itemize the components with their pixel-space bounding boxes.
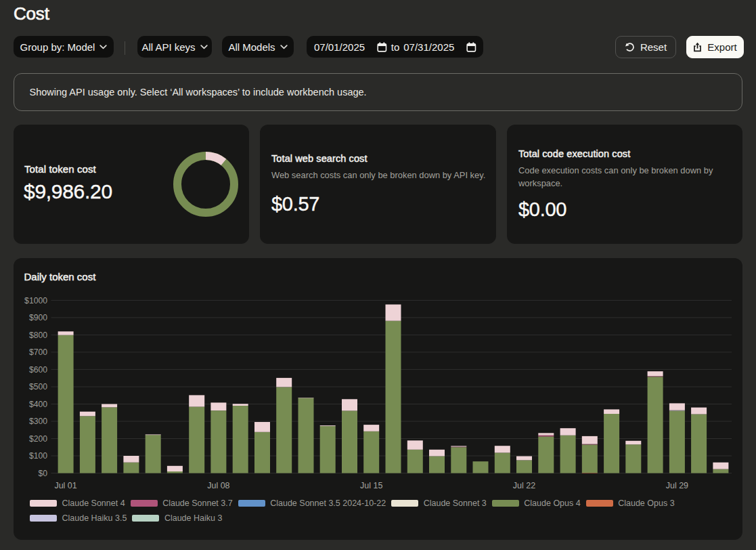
svg-text:$1000: $1000 [24,296,47,305]
svg-text:Jul 22: Jul 22 [513,481,535,490]
svg-text:$400: $400 [29,400,47,409]
svg-text:$700: $700 [29,347,47,357]
svg-text:Jul 08: Jul 08 [207,481,229,490]
svg-text:$500: $500 [29,382,47,392]
svg-text:Jul 15: Jul 15 [360,481,382,490]
svg-text:$300: $300 [29,417,47,426]
svg-text:$800: $800 [29,331,47,340]
svg-text:Jul 29: Jul 29 [666,481,688,490]
svg-text:$100: $100 [29,451,47,461]
svg-text:Jul 01: Jul 01 [54,481,76,490]
svg-text:$600: $600 [29,365,47,375]
svg-text:$0: $0 [38,469,47,478]
svg-text:$200: $200 [29,434,47,444]
svg-text:$900: $900 [29,313,47,322]
